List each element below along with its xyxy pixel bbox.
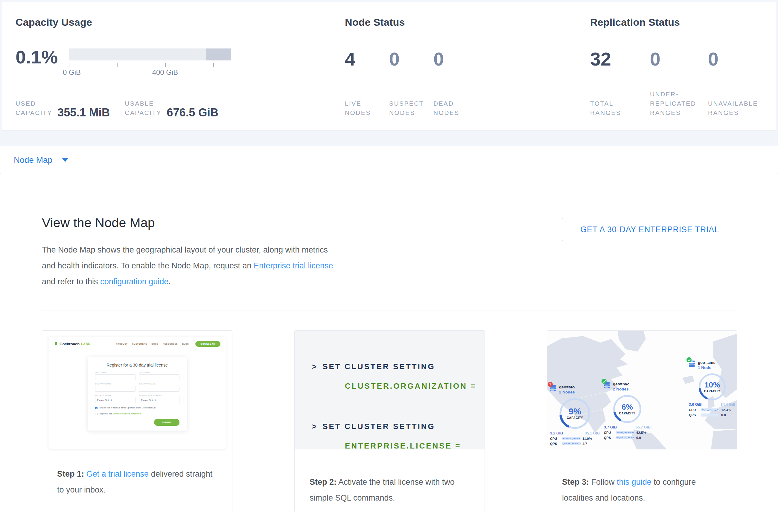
field-label: REASON FOR INTEREST [139, 394, 179, 396]
locality-badge-sfo: 1 geo=sfo 2 Nodes [549, 384, 600, 446]
capacity-usage-title: Capacity Usage [15, 16, 330, 28]
total-ranges-value: 32 [590, 49, 638, 69]
step3-card: 1 geo=sfo 2 Nodes [547, 330, 737, 512]
form-fields-grid: FIRST NAME LAST NAME COMPANY NAME [95, 372, 179, 403]
capacity-ring: 10% CAPACITY [698, 373, 726, 401]
locality-node-count: 1 Node [698, 365, 715, 370]
qps-label: QPS [689, 413, 699, 417]
node-map-thumbnail: 1 geo=sfo 2 Nodes [547, 331, 737, 449]
step1-label: Step 1: [57, 469, 84, 478]
node-status-section: Node Status 4 0 0 LIVE NODES SUSPECT NOD… [345, 16, 554, 117]
field-label: LAST NAME [139, 372, 179, 373]
sql-prompt: > [312, 422, 318, 431]
field-label: FIRST NAME [95, 372, 136, 373]
cockroach-bug-icon [54, 341, 58, 346]
capacity-percent-value: 0.1% [15, 48, 65, 66]
capacity-stats-row: USED CAPACITY 355.1 MiB USABLE CAPACITY … [15, 99, 330, 117]
checkbox-label: I agree to the Software License Agreemen… [99, 412, 142, 415]
locality-node-count: 2 Nodes [559, 390, 575, 395]
cpu-value: 11.0% [582, 437, 600, 441]
qps-label: QPS [604, 436, 614, 440]
capacity-total-gib: 34.4 GiB [720, 402, 735, 407]
chevron-down-icon [62, 158, 69, 162]
dead-nodes-label: DEAD NODES [434, 99, 472, 117]
form-field: FIRST NAME [95, 372, 136, 380]
intro-text-2: and refer to this [42, 277, 98, 286]
replication-values: 32 0 0 [590, 49, 767, 69]
form-field: COMPANY EMAIL [139, 383, 179, 392]
capacity-chart-row: 0.1% 0 GiB 400 GiB [15, 48, 330, 74]
capacity-axis: 0 GiB 400 GiB [69, 61, 231, 74]
form-field: PROJECT PHASE Please Select [95, 394, 136, 403]
qps-sparkline [616, 436, 634, 439]
live-nodes-value: 4 [345, 49, 378, 69]
usable-capacity-value: 676.5 GiB [167, 107, 218, 118]
download-button: DOWNLOAD [195, 341, 221, 347]
capacity-bar [69, 49, 231, 61]
configuration-guide-link[interactable]: configuration guide [100, 277, 168, 286]
checkbox-label: I would like to receive email updates ab… [99, 406, 156, 409]
capacity-percent: 6% [622, 403, 633, 411]
mini-site-header: Cockroach LABS PRODUCT CUSTOMERS DOCS RE… [49, 337, 226, 351]
nav-item-docs: DOCS [152, 343, 159, 345]
healthy-check-icon [602, 379, 607, 384]
license-agreement-checkbox-row: I agree to the Software License Agreemen… [95, 412, 179, 415]
unavailable-ranges-value: 0 [708, 49, 760, 69]
step1-card: Cockroach LABS PRODUCT CUSTOMERS DOCS RE… [42, 330, 232, 512]
cpu-sparkline [562, 437, 580, 440]
trial-license-form: Register for a 30-day trial license FIRS… [88, 357, 187, 431]
summary-area: Capacity Usage 0.1% 0 GiB 40 [0, 0, 778, 146]
locality-name: geo=sfo [559, 384, 575, 390]
enterprise-trial-license-link[interactable]: Enterprise trial license [254, 261, 333, 270]
capacity-ring: 6% CAPACITY [612, 394, 642, 424]
sql-keyword: SET CLUSTER SETTING [322, 362, 435, 371]
cluster-summary-panel: Capacity Usage 0.1% 0 GiB 40 [2, 2, 776, 131]
node-status-values: 4 0 0 [345, 49, 554, 69]
capacity-caption: CAPACITY [567, 416, 583, 420]
logo-labs-suffix: LABS [81, 342, 90, 346]
cpu-label: CPU [604, 431, 614, 435]
used-capacity-value: 355.1 MiB [58, 107, 110, 118]
submit-button: SUBMIT [154, 419, 179, 426]
get-trial-license-link[interactable]: Get a trial license [86, 469, 149, 478]
node-map-placeholder-section: View the Node Map The Node Map shows the… [0, 174, 778, 512]
locality-name: geo=ams [698, 360, 715, 365]
registration-page-thumbnail: Cockroach LABS PRODUCT CUSTOMERS DOCS RE… [48, 336, 226, 449]
sql-prompt: > [312, 362, 318, 371]
cluster-overview-page: Capacity Usage 0.1% 0 GiB 40 [0, 0, 778, 532]
form-field: LAST NAME [139, 372, 179, 380]
locality-badge-nyc: geo=nyc 2 Nodes 6% CAPACITY [603, 381, 651, 440]
axis-tick [69, 63, 69, 67]
error-badge-icon: 1 [548, 382, 553, 387]
replication-status-title: Replication Status [590, 16, 767, 28]
step3-label: Step 3: [562, 477, 589, 486]
qps-value: 0.0 [636, 436, 650, 440]
intro-row: View the Node Map The Node Map shows the… [42, 215, 737, 290]
sql-commands-pane: >SET CLUSTER SETTING CLUSTER.ORGANIZATIO… [295, 331, 484, 449]
node-map-dropdown[interactable]: Node Map [0, 146, 778, 174]
usable-capacity-label: USABLE CAPACITY [125, 99, 163, 117]
capacity-total-gib: 65.7 GiB [636, 425, 650, 429]
cpu-sparkline [701, 408, 719, 411]
field-label: COMPANY NAME [95, 383, 136, 385]
checkbox-checked-icon [95, 407, 97, 409]
sql-keyword: SET CLUSTER SETTING [322, 422, 435, 431]
sql-setting-name: CLUSTER.ORGANIZATION = [312, 381, 484, 391]
qps-value: 4.7 [582, 442, 600, 446]
page-title: View the Node Map [42, 215, 336, 230]
capacity-used-gib: 3.7 GiB [604, 425, 617, 429]
first-name-input [95, 374, 136, 380]
get-enterprise-trial-button[interactable]: GET A 30-DAY ENTERPRISE TRIAL [562, 218, 737, 241]
company-name-input [95, 386, 136, 392]
axis-tick [165, 63, 166, 67]
step3-caption: Step 3: Follow this guide to configure l… [547, 449, 737, 506]
locality-node-count: 2 Nodes [613, 387, 629, 392]
mini-site-nav: PRODUCT CUSTOMERS DOCS RESOURCES BLOG DO… [116, 341, 221, 347]
node-status-title: Node Status [345, 16, 554, 28]
software-license-agreement-link: Software License Agreement. [113, 412, 142, 415]
axis-tick-label: 0 GiB [63, 68, 81, 77]
nav-item-customers: CUSTOMERS [132, 343, 147, 345]
this-guide-link[interactable]: this guide [617, 477, 651, 486]
node-map-dropdown-label[interactable]: Node Map [14, 155, 52, 165]
cpu-label: CPU [550, 437, 560, 441]
